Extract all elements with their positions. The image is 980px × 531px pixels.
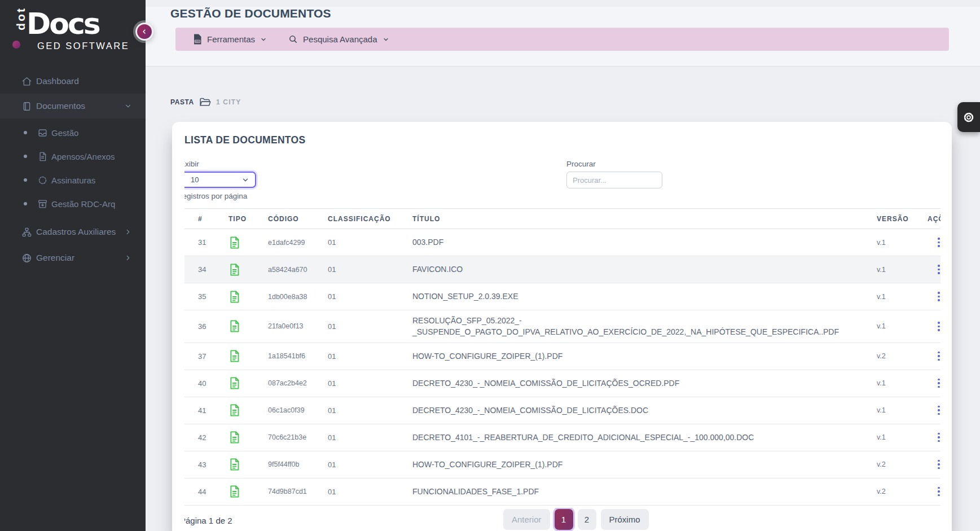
logo-accent-dot-icon [12,41,20,49]
row-titulo: DECRETO_4230_-_NOMEIA_COMISSÃO_DE_LICITA… [412,370,877,397]
row-number: 41 [184,397,228,424]
row-actions-kebab-button[interactable] [935,319,941,333]
page-size-value: 10 [191,175,199,184]
chevron-right-icon [124,228,132,236]
breadcrumb-root: PASTA [170,98,194,106]
search-input[interactable] [566,172,662,188]
documents-icon [21,100,33,112]
row-titulo: FUNCIONALIDADES_FASE_1.PDF [412,478,877,505]
chevron-left-icon [141,28,148,35]
chevron-down-icon [260,36,267,43]
search-icon [288,34,298,44]
home-icon [21,76,33,87]
row-actions-kebab-button[interactable] [935,485,941,499]
row-versao: v.1 [877,283,928,310]
col-header-classificacao: CLASSIFICAÇÃO [328,209,412,229]
sidebar-item-cadastros-auxiliares[interactable]: Cadastros Auxiliares [0,219,146,245]
sidebar-item-label: Gestão [51,128,78,138]
table-row[interactable]: 44 74d9b87cd1 01 FUNCIONALIDADES_FASE_1.… [184,478,941,505]
page-header: GESTÃO DE DOCUMENTOS DOC Ferramentas Pes… [146,7,980,67]
row-actions-kebab-button[interactable] [935,376,941,390]
row-codigo: e1dafc4299 [268,229,328,256]
documents-table: # TIPO CÓDIGO CLASSIFICAÇÃO TÍTULO VERSÃ… [184,208,941,506]
green-document-icon [228,236,268,249]
row-codigo: 70c6c21b3e [268,424,328,451]
sidebar-item-gestao[interactable]: Gestão [0,121,146,144]
pager-buttons: Anterior 1 2 Próximo [503,509,649,530]
row-number: 31 [184,229,228,256]
sidebar-item-label: Apensos/Anexos [51,152,115,161]
table-row[interactable]: 34 a58424a670 01 FAVICON.ICO v.1 [184,256,941,283]
row-codigo: 087ac2b4e2 [268,370,328,397]
sitemap-icon [21,226,33,238]
table-row[interactable]: 36 21fa0e0f13 01 RESOLUÇÃO_SFP_05.2022_-… [184,310,941,343]
sidebar-item-assinaturas[interactable]: Assinaturas [0,168,146,192]
table-row[interactable]: 31 e1dafc4299 01 003.PDF v.1 [184,229,941,256]
chevron-down-icon [241,176,249,184]
sidebar-item-gestao-rdc-arq[interactable]: Gestão RDC-Arq [0,192,146,216]
row-actions-kebab-button[interactable] [935,431,941,445]
row-number: 37 [184,343,228,370]
row-versao: v.1 [877,397,928,424]
page-1-button[interactable]: 1 [555,509,573,530]
row-actions-kebab-button[interactable] [935,289,941,304]
bullet-dot-icon [24,202,27,205]
col-header-titulo: TÍTULO [412,209,877,229]
col-header-tipo: TIPO [228,209,268,229]
sidebar-nav: Dashboard Documentos Gestão [0,69,146,271]
settings-flap-button[interactable] [957,102,980,132]
row-actions-kebab-button[interactable] [935,235,941,249]
chevron-down-icon [124,102,132,110]
row-actions-kebab-button[interactable] [935,403,941,418]
table-controls: Exibir 10 registros por página Procurar [184,160,941,208]
procurar-label: Procurar [566,160,662,168]
row-actions-kebab-button[interactable] [935,458,941,472]
sidebar: dot Docs GED SOFTWARE Dashboard Document… [0,0,146,531]
next-page-button[interactable]: Próximo [601,509,649,530]
chevron-right-icon [124,254,132,262]
row-versao: v.2 [877,343,928,370]
page-title: GESTÃO DE DOCUMENTOS [170,7,980,20]
page-size-select[interactable]: 10 [184,172,256,188]
sidebar-item-gerenciar[interactable]: Gerenciar [0,245,146,271]
globe-icon [21,252,33,264]
row-actions-kebab-button[interactable] [935,349,941,363]
green-document-icon [228,485,268,498]
sidebar-item-apensos-anexos[interactable]: Apensos/Anexos [0,144,146,168]
table-row[interactable]: 43 9f5f44ff0b 01 HOW-TO_CONFIGURE_ZOIPER… [184,451,941,478]
row-titulo: DECRETO_4230_-_NOMEIA_COMISSÃO_DE_LICITA… [412,397,877,424]
row-versao: v.2 [877,451,928,478]
main-content: GESTÃO DE DOCUMENTOS DOC Ferramentas Pes… [146,7,980,531]
table-row[interactable]: 40 087ac2b4e2 01 DECRETO_4230_-_NOMEIA_C… [184,370,941,397]
chevron-down-icon [383,36,389,43]
app-logo: dot Docs GED SOFTWARE [0,0,146,67]
row-number: 34 [184,256,228,283]
bullet-dot-icon [24,155,27,158]
sidebar-collapse-button[interactable] [135,23,153,41]
breadcrumb-current-folder[interactable]: 1 CITY [216,98,241,106]
breadcrumb: PASTA 1 CITY [170,97,980,107]
row-classificacao: 01 [328,370,412,397]
page-2-button[interactable]: 2 [578,509,596,530]
sidebar-item-dashboard[interactable]: Dashboard [0,69,146,94]
row-versao: v.1 [877,370,928,397]
table-row[interactable]: 35 1db00e8a38 01 NOTION_SETUP_2.0.39.EXE… [184,283,941,310]
row-classificacao: 01 [328,310,412,343]
row-actions-kebab-button[interactable] [935,262,941,277]
exibir-label: Exibir [184,160,256,168]
ferramentas-menu-button[interactable]: DOC Ferramentas [193,34,267,45]
previous-page-button[interactable]: Anterior [503,509,550,530]
row-classificacao: 01 [328,397,412,424]
table-row[interactable]: 41 06c1ac0f39 01 DECRETO_4230_-_NOMEIA_C… [184,397,941,424]
row-classificacao: 01 [328,343,412,370]
table-row[interactable]: 42 70c6c21b3e 01 DECRETO_4101_-_REABERTU… [184,424,941,451]
table-row[interactable]: 37 1a18541bf6 01 HOW-TO_CONFIGURE_ZOIPER… [184,343,941,370]
row-classificacao: 01 [328,478,412,505]
sidebar-item-label: Gestão RDC-Arq [51,199,115,209]
pesquisa-avancada-menu-button[interactable]: Pesquisa Avançada [288,34,389,44]
green-document-icon [228,349,268,363]
folder-icon [199,97,211,107]
sidebar-item-documentos[interactable]: Documentos [0,94,146,119]
row-titulo: FAVICON.ICO [412,256,877,283]
signature-seal-icon [37,174,49,186]
